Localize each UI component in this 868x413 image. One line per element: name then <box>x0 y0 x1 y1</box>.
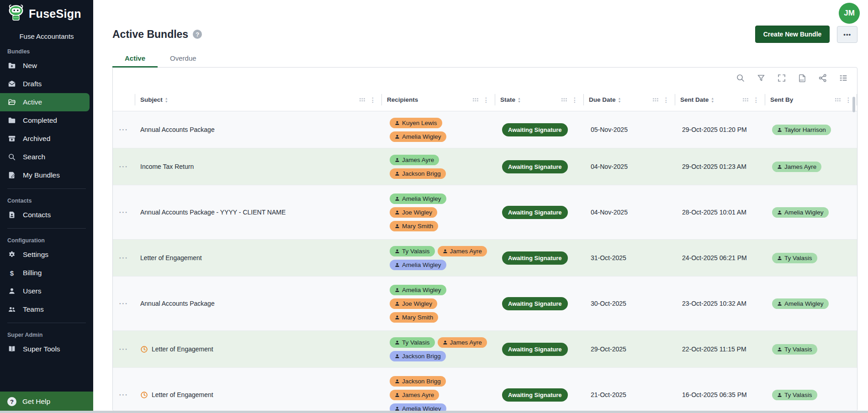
title-help-icon[interactable]: ? <box>193 30 202 39</box>
share-icon[interactable] <box>818 73 827 83</box>
horizontal-scrollbar[interactable] <box>0 411 868 413</box>
recipient-name: Jackson Brigg <box>402 170 441 177</box>
section-label-bundles: Bundles <box>0 44 93 57</box>
recipient-chip[interactable]: Amelia Wigley <box>390 193 446 204</box>
bundle-subject-cell: Income Tax Return <box>135 163 381 170</box>
sent-date: 28-Oct-2025 10:01 AM <box>675 209 765 216</box>
vertical-scrollbar[interactable] <box>852 97 855 112</box>
fullscreen-icon[interactable] <box>777 73 786 83</box>
due-date: 30-Oct-2025 <box>583 300 675 307</box>
search-icon[interactable] <box>736 73 745 83</box>
recipient-chip[interactable]: James Ayre <box>438 337 487 348</box>
recipient-chip[interactable]: Amelia Wigley <box>390 403 446 412</box>
recipient-chip[interactable]: Jackson Brigg <box>390 168 446 179</box>
filter-icon[interactable] <box>757 73 766 83</box>
sidebar-item-settings[interactable]: Settings <box>0 246 90 264</box>
get-help-button[interactable]: ? Get Help <box>0 392 93 413</box>
column-drag-handle[interactable] <box>742 98 749 102</box>
tab-overdue[interactable]: Overdue <box>158 50 209 68</box>
person-icon <box>395 157 400 162</box>
recipient-chip[interactable]: Ty Valasis <box>390 246 435 256</box>
sidebar-item-super-tools[interactable]: Super Tools <box>0 340 90 358</box>
column-menu-icon[interactable]: ⋮ <box>483 97 489 103</box>
column-menu-icon[interactable]: ⋮ <box>845 97 852 103</box>
table-toolbar: csv <box>113 68 857 89</box>
recipient-chip[interactable]: Amelia Wigley <box>390 131 446 142</box>
recipients-cell: Amelia WigleyJoe WigleyMary Smith <box>381 188 495 237</box>
row-actions-menu-icon[interactable]: ●●● <box>113 348 135 350</box>
sidebar-item-completed[interactable]: Completed <box>0 111 90 130</box>
state-badge: Awaiting Signature <box>502 297 568 310</box>
recipients-cell: Kuyen LewisAmelia Wigley <box>381 112 495 148</box>
recipient-chip[interactable]: Jackson Brigg <box>390 376 446 387</box>
column-menu-icon[interactable]: ⋮ <box>753 97 759 103</box>
sidebar-item-contacts[interactable]: Contacts <box>0 206 90 224</box>
sent-date: 24-Oct-2025 06:21 PM <box>675 254 765 261</box>
recipient-name: Joe Wigley <box>402 209 432 216</box>
recipient-chip[interactable]: James Ayre <box>438 246 487 256</box>
column-header-due-date[interactable]: Due Date▲▼⋮ <box>583 89 675 111</box>
state-badge: Awaiting Signature <box>502 123 568 136</box>
recipient-chip[interactable]: Jackson Brigg <box>390 351 446 361</box>
column-header-state[interactable]: State▲▼⋮ <box>495 89 583 111</box>
column-drag-handle[interactable] <box>359 98 365 102</box>
person-icon <box>395 301 400 306</box>
row-actions-menu-icon[interactable]: ●●● <box>113 165 135 168</box>
row-actions-menu-icon[interactable]: ●●● <box>113 128 135 131</box>
sidebar-item-drafts[interactable]: Drafts <box>0 75 90 93</box>
column-header-sent-date[interactable]: Sent Date▲▼⋮ <box>675 89 765 111</box>
page-title: Active Bundles <box>112 28 188 41</box>
sent-by-chip: Ty Valasis <box>772 390 817 400</box>
column-menu-icon[interactable]: ⋮ <box>663 97 669 103</box>
sidebar-item-teams[interactable]: Teams <box>0 300 90 319</box>
column-drag-handle[interactable] <box>561 98 567 102</box>
sidebar: FuseSign Fuse Accountants BundlesNewDraf… <box>0 0 93 413</box>
column-menu-icon[interactable]: ⋮ <box>572 97 578 103</box>
sidebar-item-search[interactable]: Search <box>0 148 90 166</box>
row-actions-menu-icon[interactable]: ●●● <box>113 393 135 396</box>
sidebar-item-my-bundles[interactable]: My Bundles <box>0 166 90 184</box>
recipient-name: Amelia Wigley <box>402 405 441 412</box>
tab-active[interactable]: Active <box>112 50 158 68</box>
row-density-icon[interactable] <box>839 73 848 83</box>
recipient-chip[interactable]: Mary Smith <box>390 221 438 231</box>
sort-icon[interactable]: ▲▼ <box>165 97 168 103</box>
recipient-chip[interactable]: Amelia Wigley <box>390 260 446 270</box>
sort-icon[interactable]: ▲▼ <box>618 97 621 103</box>
recipient-name: Ty Valasis <box>402 248 430 255</box>
column-drag-handle[interactable] <box>472 98 479 102</box>
recipient-chip[interactable]: Amelia Wigley <box>390 285 446 295</box>
sort-icon[interactable]: ▲▼ <box>518 97 521 103</box>
export-csv-icon[interactable]: csv <box>798 73 807 83</box>
recipient-chip[interactable]: James Ayre <box>390 390 439 400</box>
table-row: ●●●Letter of EngagementTy ValasisJames A… <box>113 331 857 368</box>
recipient-chip[interactable]: Ty Valasis <box>390 337 435 348</box>
person-icon <box>443 249 448 254</box>
app-logo[interactable]: FuseSign <box>0 0 93 25</box>
person-icon <box>395 288 400 293</box>
sidebar-item-new[interactable]: New <box>0 57 90 75</box>
more-options-button[interactable]: ••• <box>837 26 857 43</box>
column-header-subject[interactable]: Subject▲▼⋮ <box>135 89 381 111</box>
recipient-chip[interactable]: Kuyen Lewis <box>390 118 442 128</box>
row-actions-menu-icon[interactable]: ●●● <box>113 256 135 259</box>
row-actions-menu-icon[interactable]: ●●● <box>113 302 135 305</box>
user-avatar[interactable]: JM <box>839 3 860 24</box>
sidebar-item-archived[interactable]: Archived <box>0 130 90 148</box>
row-actions-menu-icon[interactable]: ●●● <box>113 211 135 214</box>
column-menu-icon[interactable]: ⋮ <box>370 97 376 103</box>
recipient-chip[interactable]: Mary Smith <box>390 312 438 323</box>
sidebar-item-active[interactable]: Active <box>0 93 90 111</box>
sort-icon[interactable]: ▲▼ <box>711 97 714 103</box>
sidebar-item-users[interactable]: Users <box>0 282 90 300</box>
create-new-bundle-button[interactable]: Create New Bundle <box>755 26 830 43</box>
column-drag-handle[interactable] <box>835 98 841 102</box>
recipient-chip[interactable]: James Ayre <box>390 155 439 165</box>
sidebar-item-billing[interactable]: $Billing <box>0 264 90 282</box>
column-drag-handle[interactable] <box>652 98 659 102</box>
contact-doc-icon <box>7 210 16 220</box>
recipient-chip[interactable]: Joe Wigley <box>390 298 437 309</box>
recipient-chip[interactable]: Joe Wigley <box>390 207 437 218</box>
sent-date: 29-Oct-2025 01:20 PM <box>675 126 765 133</box>
person-icon <box>395 196 400 201</box>
